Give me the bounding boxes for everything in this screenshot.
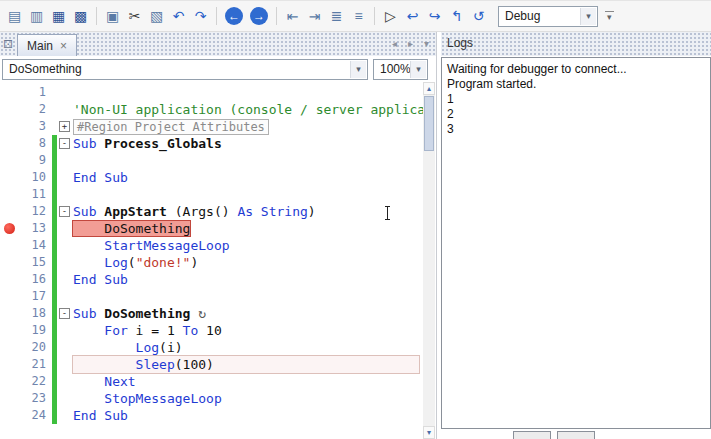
breakpoint-gutter[interactable]	[0, 288, 18, 305]
tab-scroll-left-icon[interactable]: ◂	[392, 38, 397, 49]
editor-scrollbar[interactable]: ▴ ▾	[423, 82, 435, 439]
fold-collapse-icon[interactable]: -	[59, 138, 70, 149]
code-text[interactable]: End Sub	[73, 407, 128, 424]
code-line[interactable]: 24End Sub	[0, 407, 423, 424]
outdent-icon[interactable]: ⇤	[282, 6, 303, 27]
code-text[interactable]: Sub AppStart (Args() As String)	[73, 203, 316, 220]
toolbar-overflow-icon[interactable]: ▾	[605, 11, 614, 22]
indent-icon[interactable]: ⇥	[304, 6, 325, 27]
code-line[interactable]: 19 For i = 1 To 10	[0, 322, 423, 339]
new-file-icon[interactable]: ▤	[4, 6, 25, 27]
breakpoint-gutter[interactable]	[0, 237, 18, 254]
code-text[interactable]: DoSomething	[73, 220, 190, 237]
undo-icon[interactable]: ↶	[168, 6, 189, 27]
breakpoint-gutter[interactable]	[0, 390, 18, 407]
code-text[interactable]: Sleep(100)	[73, 356, 419, 373]
fold-collapse-icon[interactable]: -	[59, 308, 70, 319]
breakpoint-gutter[interactable]	[0, 186, 18, 203]
breakpoint-gutter[interactable]	[0, 84, 18, 101]
code-line[interactable]: 23 StopMessageLoop	[0, 390, 423, 407]
breakpoint-gutter[interactable]	[0, 118, 18, 135]
code-text[interactable]: StartMessageLoop	[73, 237, 230, 254]
breakpoint-gutter[interactable]	[0, 339, 18, 356]
logs-header[interactable]: Logs	[441, 32, 711, 56]
breakpoint-gutter[interactable]	[0, 152, 18, 169]
code-line[interactable]: 14 StartMessageLoop	[0, 237, 423, 254]
tab-menu-icon[interactable]: ▾	[424, 38, 429, 49]
code-line[interactable]: 15 Log("done!")	[0, 254, 423, 271]
code-text[interactable]: StopMessageLoop	[73, 390, 222, 407]
code-line[interactable]: 1	[0, 84, 423, 101]
tab-close-icon[interactable]: ×	[60, 39, 67, 53]
logs-footer-button[interactable]	[513, 431, 551, 439]
code-line[interactable]: 13 DoSomething	[0, 220, 423, 237]
step-out-icon[interactable]: ↰	[446, 6, 467, 27]
code-text[interactable]: Log("done!")	[73, 254, 198, 271]
tab-scroll-right-icon[interactable]: ▸	[408, 38, 413, 49]
breakpoint-gutter[interactable]	[0, 373, 18, 390]
breakpoint-gutter[interactable]	[0, 322, 18, 339]
breakpoint-gutter[interactable]	[0, 101, 18, 118]
breakpoint-gutter[interactable]	[0, 407, 18, 424]
step-over-icon[interactable]: ↪	[424, 6, 445, 27]
chevron-down-icon[interactable]: ▾	[350, 61, 366, 78]
chevron-down-icon[interactable]: ▾	[410, 61, 426, 78]
breakpoint-gutter[interactable]	[0, 305, 18, 322]
code-text[interactable]: For i = 1 To 10	[73, 322, 222, 339]
zoom-combo[interactable]: 100% ▾	[373, 59, 428, 80]
save-icon[interactable]: ▦	[48, 6, 69, 27]
code-text[interactable]: 'Non-UI application (console / server ap…	[73, 101, 423, 118]
code-line[interactable]: 10End Sub	[0, 169, 423, 186]
build-configuration-combo[interactable]: Debug ▾	[498, 6, 598, 27]
sub-selector-combo[interactable]: DoSomething ▾	[2, 59, 368, 80]
scrollbar-thumb[interactable]	[424, 96, 434, 151]
redo-icon[interactable]: ↷	[190, 6, 211, 27]
code-line[interactable]: 12-Sub AppStart (Args() As String)	[0, 203, 423, 220]
code-line[interactable]: 2'Non-UI application (console / server a…	[0, 101, 423, 118]
code-line[interactable]: 22 Next	[0, 373, 423, 390]
open-file-icon[interactable]: ▥	[26, 6, 47, 27]
dock-icon[interactable]: ⊡	[3, 37, 13, 51]
code-text[interactable]: End Sub	[73, 271, 128, 288]
code-line[interactable]: 21 Sleep(100)	[0, 356, 423, 373]
code-text[interactable]: Next	[73, 373, 136, 390]
run-icon[interactable]: ▷	[380, 6, 401, 27]
code-line[interactable]: 11	[0, 186, 423, 203]
uncomment-icon[interactable]: ≡	[348, 6, 369, 27]
breakpoint-gutter[interactable]	[0, 271, 18, 288]
breakpoint-gutter[interactable]	[0, 135, 18, 152]
code-text[interactable]: Sub DoSomething ↻	[73, 305, 206, 322]
comment-icon[interactable]: ≣	[326, 6, 347, 27]
code-line[interactable]: 18-Sub DoSomething ↻	[0, 305, 423, 322]
scroll-up-icon[interactable]: ▴	[423, 82, 435, 95]
code-line[interactable]: 3+#Region Project Attributes	[0, 118, 423, 135]
code-text[interactable]: Sub Process_Globals	[73, 135, 222, 152]
designer-icon[interactable]: ▣	[102, 6, 123, 27]
code-text[interactable]: #Region Project Attributes	[73, 118, 269, 135]
forward-icon[interactable]: →	[250, 7, 268, 25]
cut-icon[interactable]: ✂	[124, 6, 145, 27]
tab-main[interactable]: Main ×	[17, 34, 77, 56]
breakpoint-gutter[interactable]	[0, 169, 18, 186]
scroll-down-icon[interactable]: ▾	[423, 426, 435, 439]
logs-footer-button[interactable]	[557, 431, 595, 439]
copy-icon[interactable]: ▧	[146, 6, 167, 27]
code-line[interactable]: 16End Sub	[0, 271, 423, 288]
fold-expand-icon[interactable]: +	[59, 121, 70, 132]
code-text[interactable]: End Sub	[73, 169, 128, 186]
code-line[interactable]: 9	[0, 152, 423, 169]
breakpoint-gutter[interactable]	[0, 203, 18, 220]
restart-icon[interactable]: ↺	[468, 6, 489, 27]
code-line[interactable]: 17	[0, 288, 423, 305]
code-line[interactable]: 20 Log(i)	[0, 339, 423, 356]
step-into-icon[interactable]: ↩	[402, 6, 423, 27]
breakpoint-gutter[interactable]	[0, 356, 18, 373]
pane-splitter[interactable]	[436, 32, 437, 439]
chevron-down-icon[interactable]: ▾	[580, 8, 596, 25]
code-line[interactable]: 8-Sub Process_Globals	[0, 135, 423, 152]
breakpoint-gutter[interactable]	[0, 254, 18, 271]
breakpoint-dot[interactable]	[4, 223, 15, 234]
fold-collapse-icon[interactable]: -	[59, 206, 70, 217]
back-icon[interactable]: ←	[225, 7, 243, 25]
logs-output[interactable]: Waiting for debugger to connect...Progra…	[441, 57, 711, 429]
